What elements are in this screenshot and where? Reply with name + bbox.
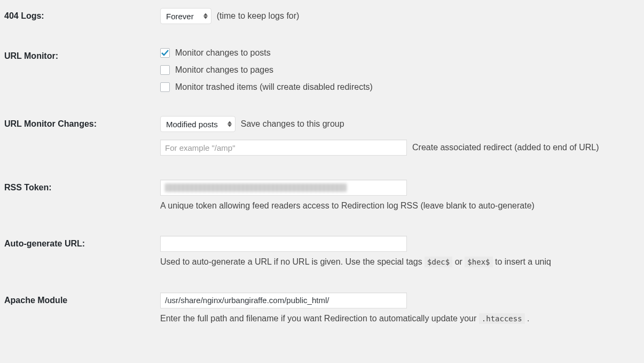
label-auto-generate: Auto-generate URL: bbox=[0, 228, 155, 284]
label-rss-token: RSS Token: bbox=[0, 172, 155, 228]
select-404-logs[interactable]: Forever bbox=[160, 8, 211, 24]
input-associated-redirect[interactable] bbox=[160, 140, 407, 156]
code-tag-dec: $dec$ bbox=[425, 257, 452, 267]
checkbox-label-monitor-trashed: Monitor trashed items (will create disab… bbox=[175, 82, 373, 92]
label-404-logs: 404 Logs: bbox=[0, 0, 155, 40]
select-updown-icon bbox=[227, 121, 232, 127]
desc-rss-token: A unique token allowing feed readers acc… bbox=[160, 200, 639, 212]
label-apache-module: Apache Module bbox=[0, 284, 155, 341]
input-rss-token[interactable] bbox=[160, 180, 407, 196]
checkbox-monitor-trashed[interactable] bbox=[160, 82, 170, 92]
select-monitor-group[interactable]: Modified posts bbox=[160, 116, 235, 132]
checkbox-monitor-pages[interactable] bbox=[160, 65, 170, 75]
select-404-logs-value: Forever bbox=[166, 12, 201, 21]
checkbox-label-monitor-pages: Monitor changes to pages bbox=[175, 65, 273, 75]
code-htaccess: .htaccess bbox=[479, 313, 525, 324]
desc-monitor-group: Save changes to this group bbox=[241, 119, 344, 129]
select-updown-icon bbox=[203, 13, 208, 19]
checkbox-monitor-posts[interactable] bbox=[160, 48, 170, 58]
desc-apache-module: Enter the full path and filename if you … bbox=[160, 313, 639, 325]
code-tag-hex: $hex$ bbox=[465, 257, 492, 267]
desc-associated-redirect: Create associated redirect (added to end… bbox=[412, 143, 599, 152]
input-apache-module[interactable] bbox=[160, 292, 407, 308]
settings-form-table: 404 Logs: Forever (time to keep logs for… bbox=[0, 0, 644, 341]
checkbox-label-monitor-posts: Monitor changes to posts bbox=[175, 48, 271, 58]
input-auto-generate[interactable] bbox=[160, 236, 407, 252]
check-icon bbox=[161, 49, 169, 57]
select-monitor-group-value: Modified posts bbox=[166, 120, 225, 129]
desc-404-logs: (time to keep logs for) bbox=[217, 11, 300, 21]
label-url-monitor-changes: URL Monitor Changes: bbox=[0, 108, 155, 172]
rss-token-obscured bbox=[165, 183, 347, 192]
label-url-monitor: URL Monitor: bbox=[0, 40, 155, 108]
desc-auto-generate: Used to auto-generate a URL if no URL is… bbox=[160, 256, 639, 268]
